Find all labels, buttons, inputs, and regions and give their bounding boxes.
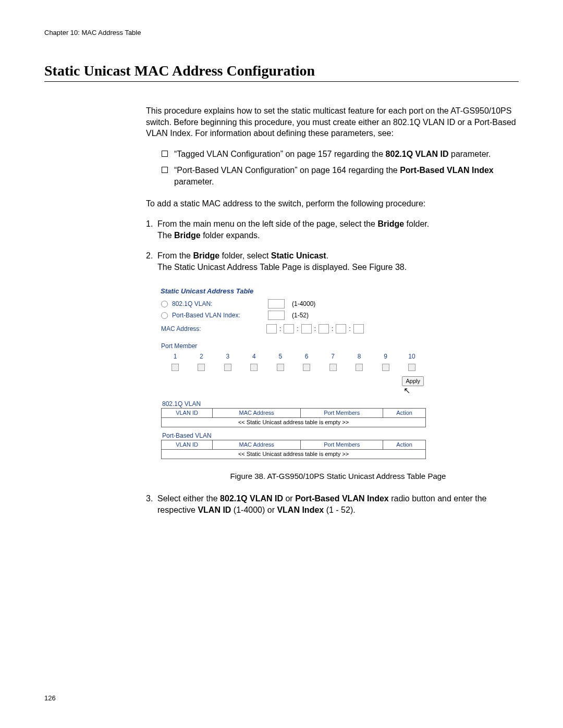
- vlan-range: (1-4000): [292, 300, 315, 308]
- bullet-item: “Port-Based VLAN Configuration” on page …: [162, 165, 519, 187]
- step-bold: Bridge: [377, 219, 404, 228]
- chapter-header: Chapter 10: MAC Address Table: [44, 29, 519, 36]
- port-header-row: 1 2 3 4 5 6 7 8 9 10: [161, 352, 426, 371]
- bullet-bold: 802.1Q VLAN ID: [386, 150, 449, 158]
- vlan-index-input[interactable]: [268, 311, 285, 320]
- mac-octet-input[interactable]: [336, 324, 346, 334]
- empty-message: << Static Unicast address table is empty…: [162, 450, 426, 459]
- step-text: Select either the: [157, 494, 220, 503]
- step-2: 2. From the Bridge folder, select Static…: [146, 250, 519, 273]
- th-vlanid: VLAN ID: [162, 409, 213, 418]
- step-number: 3.: [146, 493, 157, 515]
- port-checkbox[interactable]: [224, 364, 231, 371]
- port-checkbox[interactable]: [250, 364, 258, 371]
- vlan-id-input[interactable]: [268, 299, 285, 309]
- port-number: 8: [347, 352, 372, 361]
- th-portmembers: Port Members: [301, 440, 383, 450]
- bullet-text: parameter.: [449, 150, 491, 158]
- port-member-label: Port Member: [161, 342, 426, 350]
- mac-octet-input[interactable]: [301, 324, 312, 334]
- step-text: folder.: [404, 219, 429, 228]
- radio-portbased-label: Port-Based VLAN Index:: [172, 311, 266, 319]
- th-vlanid: VLAN ID: [162, 440, 213, 450]
- table-portbased: VLAN ID MAC Address Port Members Action …: [161, 440, 426, 459]
- port-checkbox[interactable]: [303, 364, 310, 371]
- step-bold: Bridge: [174, 231, 201, 240]
- page-number: 126: [44, 694, 56, 702]
- step-3: 3. Select either the 802.1Q VLAN ID or P…: [146, 493, 519, 515]
- step-text: From the main menu on the left side of t…: [157, 219, 377, 228]
- step-text: (1-4000) or: [231, 505, 277, 514]
- section-portbased-label: Port-Based VLAN: [161, 431, 426, 440]
- step-bold: VLAN ID: [198, 505, 231, 514]
- port-checkbox[interactable]: [382, 364, 389, 371]
- empty-message: << Static Unicast address table is empty…: [162, 418, 426, 427]
- radio-8021q-label: 802.1Q VLAN:: [172, 300, 266, 308]
- th-action: Action: [383, 409, 426, 418]
- bullet-item: “Tagged VLAN Configuration” on page 157 …: [162, 149, 519, 160]
- step-number: 2.: [146, 250, 157, 273]
- port-checkbox[interactable]: [408, 364, 415, 371]
- step-text: The Static Unicast Address Table Page is…: [157, 263, 407, 272]
- bullet-text: “Port-Based VLAN Configuration” on page …: [174, 166, 400, 175]
- th-mac: MAC Address: [213, 409, 301, 418]
- bullet-square-icon: [162, 167, 168, 173]
- step-text: The: [157, 231, 174, 240]
- port-number: 10: [399, 352, 424, 361]
- step-number: 1.: [146, 218, 157, 241]
- step-text: (1 - 52).: [324, 505, 355, 514]
- table-8021q: VLAN ID MAC Address Port Members Action …: [161, 408, 426, 427]
- figure-caption: Figure 38. AT-GS950/10PS Static Unicast …: [157, 471, 519, 482]
- step-text: folder, select: [219, 251, 271, 260]
- port-number: 1: [163, 352, 188, 361]
- port-number: 9: [373, 352, 398, 361]
- mac-octet-input[interactable]: [284, 324, 294, 334]
- mac-octet-input[interactable]: [353, 324, 364, 334]
- port-checkbox[interactable]: [172, 364, 179, 371]
- mac-octet-input[interactable]: [319, 324, 329, 334]
- th-mac: MAC Address: [213, 440, 301, 450]
- figure-title: Static Unicast Address Table: [158, 285, 429, 299]
- port-checkbox[interactable]: [329, 364, 337, 371]
- step-bold: Port-Based VLAN Index: [295, 494, 389, 503]
- mac-address-label: MAC Address:: [161, 325, 264, 333]
- index-range: (1-52): [292, 311, 309, 319]
- port-checkbox[interactable]: [356, 364, 363, 371]
- port-checkbox[interactable]: [198, 364, 205, 371]
- th-action: Action: [383, 440, 426, 450]
- port-number: 3: [215, 352, 240, 361]
- step-text: From the: [157, 251, 193, 260]
- bullet-bold: Port-Based VLAN Index: [400, 166, 494, 175]
- step-bold: VLAN Index: [277, 505, 324, 514]
- page-title: Static Unicast MAC Address Configuration: [44, 63, 519, 82]
- step-bold: 802.1Q VLAN ID: [220, 494, 283, 503]
- radio-portbased[interactable]: [161, 312, 168, 319]
- intro-paragraph: This procedure explains how to set the s…: [146, 105, 519, 139]
- port-number: 2: [189, 352, 214, 361]
- step-bold: Bridge: [193, 251, 219, 260]
- port-number: 4: [241, 352, 266, 361]
- mac-octet-input[interactable]: [266, 324, 277, 334]
- transition-paragraph: To add a static MAC address to the switc…: [146, 198, 519, 209]
- step-text: or: [283, 494, 295, 503]
- figure-screenshot: Static Unicast Address Table 802.1Q VLAN…: [157, 285, 430, 462]
- section-8021q-label: 802.1Q VLAN: [161, 400, 426, 408]
- step-1: 1. From the main menu on the left side o…: [146, 218, 519, 241]
- step-text: .: [326, 251, 328, 260]
- bullet-square-icon: [162, 151, 168, 157]
- bullet-text: “Tagged VLAN Configuration” on page 157 …: [174, 150, 386, 158]
- radio-8021q[interactable]: [161, 301, 168, 307]
- port-number: 7: [321, 352, 346, 361]
- bullet-text: parameter.: [174, 177, 214, 186]
- port-checkbox[interactable]: [277, 364, 284, 371]
- port-number: 5: [268, 352, 293, 361]
- cursor-icon: ↖: [403, 385, 410, 397]
- th-portmembers: Port Members: [301, 409, 383, 418]
- port-number: 6: [294, 352, 319, 361]
- step-bold: Static Unicast: [271, 251, 326, 260]
- step-text: folder expands.: [201, 231, 260, 240]
